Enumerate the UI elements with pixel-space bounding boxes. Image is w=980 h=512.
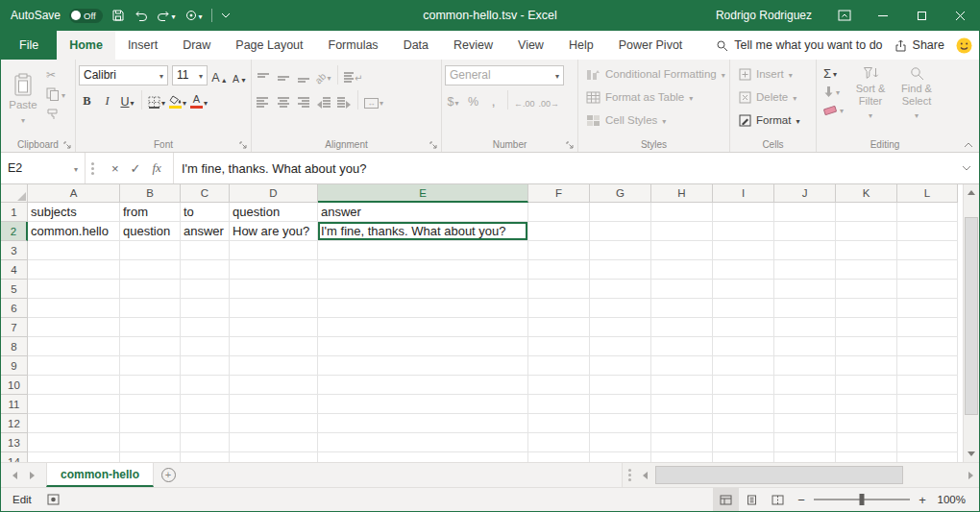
cell-D3[interactable] bbox=[230, 241, 318, 260]
cell-I10[interactable] bbox=[713, 376, 774, 395]
cell-H1[interactable] bbox=[651, 203, 713, 222]
format-as-table-button[interactable]: Format as Table bbox=[581, 85, 730, 109]
normal-view-button[interactable] bbox=[713, 488, 739, 511]
scroll-left-button[interactable] bbox=[637, 463, 653, 487]
paste-button[interactable]: Paste bbox=[4, 62, 42, 136]
row-header-12[interactable]: 12 bbox=[1, 414, 28, 433]
cell-C2[interactable]: answer bbox=[181, 222, 230, 241]
cell-F6[interactable] bbox=[528, 299, 590, 318]
user-name[interactable]: Rodrigo Rodriguez bbox=[716, 9, 812, 22]
copy-button[interactable] bbox=[44, 86, 67, 102]
cell-E3[interactable] bbox=[318, 241, 528, 260]
bottom-align-button[interactable] bbox=[295, 65, 311, 85]
cell-E10[interactable] bbox=[318, 376, 528, 395]
cell-L14[interactable] bbox=[897, 452, 958, 462]
cell-D12[interactable] bbox=[230, 414, 318, 433]
tab-power-pivot[interactable]: Power Pivot bbox=[606, 31, 696, 60]
new-sheet-button[interactable]: + bbox=[154, 463, 183, 487]
cell-D4[interactable] bbox=[230, 260, 318, 280]
cell-I3[interactable] bbox=[713, 241, 774, 260]
cell-B5[interactable] bbox=[120, 280, 181, 299]
tab-data[interactable]: Data bbox=[391, 31, 441, 60]
cell-F14[interactable] bbox=[528, 452, 590, 462]
find-select-button[interactable]: Find & Select bbox=[894, 62, 940, 136]
cell-H2[interactable] bbox=[651, 222, 713, 241]
tab-draw[interactable]: Draw bbox=[170, 31, 223, 60]
cell-H11[interactable] bbox=[651, 395, 713, 414]
cell-H4[interactable] bbox=[651, 260, 713, 280]
horizontal-scroll-track[interactable] bbox=[653, 466, 963, 484]
cell-D7[interactable] bbox=[230, 318, 318, 337]
tab-page-layout[interactable]: Page Layout bbox=[223, 31, 315, 60]
cell-G5[interactable] bbox=[590, 280, 651, 299]
fill-color-button[interactable] bbox=[169, 90, 186, 110]
cell-K12[interactable] bbox=[836, 414, 897, 433]
cell-A10[interactable] bbox=[28, 376, 120, 395]
cell-D13[interactable] bbox=[230, 433, 318, 452]
cell-A6[interactable] bbox=[28, 299, 120, 318]
cell-G1[interactable] bbox=[590, 203, 651, 222]
clear-button[interactable] bbox=[821, 102, 845, 117]
cell-J3[interactable] bbox=[774, 241, 836, 260]
cell-A7[interactable] bbox=[28, 318, 120, 337]
cell-J1[interactable] bbox=[774, 203, 836, 222]
cell-J9[interactable] bbox=[774, 356, 836, 376]
cell-H14[interactable] bbox=[651, 452, 713, 462]
cell-K8[interactable] bbox=[836, 337, 897, 356]
cell-L9[interactable] bbox=[897, 356, 958, 376]
tab-home[interactable]: Home bbox=[57, 31, 115, 60]
cell-G2[interactable] bbox=[590, 222, 651, 241]
save-button[interactable] bbox=[111, 9, 125, 22]
insert-function-button[interactable]: fx bbox=[153, 160, 161, 176]
cell-C6[interactable] bbox=[181, 299, 230, 318]
cell-I5[interactable] bbox=[713, 280, 774, 299]
cell-A14[interactable] bbox=[28, 452, 120, 462]
cell-E13[interactable] bbox=[318, 433, 528, 452]
cell-L3[interactable] bbox=[897, 241, 958, 260]
cell-A12[interactable] bbox=[28, 414, 120, 433]
cell-K9[interactable] bbox=[836, 356, 897, 376]
comma-style-button[interactable]: , bbox=[485, 90, 502, 110]
horizontal-scroll-thumb[interactable] bbox=[655, 466, 903, 484]
cell-C4[interactable] bbox=[181, 260, 230, 280]
cell-C3[interactable] bbox=[181, 241, 230, 260]
row-header-8[interactable]: 8 bbox=[1, 337, 28, 356]
horizontal-scrollbar[interactable] bbox=[622, 463, 979, 487]
row-header-1[interactable]: 1 bbox=[1, 203, 28, 222]
zoom-slider[interactable] bbox=[814, 488, 910, 511]
cell-B2[interactable]: question bbox=[120, 222, 181, 241]
formula-bar-divider-dots[interactable] bbox=[91, 167, 94, 170]
cell-I14[interactable] bbox=[713, 452, 774, 462]
cell-A9[interactable] bbox=[28, 356, 120, 376]
bold-button[interactable]: B bbox=[79, 90, 95, 110]
column-header-A[interactable]: A bbox=[28, 184, 120, 203]
cell-C12[interactable] bbox=[181, 414, 230, 433]
cell-L4[interactable] bbox=[897, 260, 958, 280]
cell-L8[interactable] bbox=[897, 337, 958, 356]
cell-H3[interactable] bbox=[651, 241, 713, 260]
cell-I6[interactable] bbox=[713, 299, 774, 318]
tab-help[interactable]: Help bbox=[556, 31, 606, 60]
cell-G11[interactable] bbox=[590, 395, 651, 414]
autosave-toggle[interactable]: Off bbox=[69, 9, 103, 23]
select-all-button[interactable] bbox=[1, 184, 28, 203]
cell-I13[interactable] bbox=[713, 433, 774, 452]
cell-K3[interactable] bbox=[836, 241, 897, 260]
column-header-G[interactable]: G bbox=[590, 184, 651, 203]
shrink-font-button[interactable]: A▼ bbox=[232, 65, 248, 85]
cell-F2[interactable] bbox=[528, 222, 590, 241]
align-center-button[interactable] bbox=[275, 90, 291, 110]
cell-styles-button[interactable]: Cell Styles bbox=[581, 109, 730, 132]
cell-I12[interactable] bbox=[713, 414, 774, 433]
cell-G13[interactable] bbox=[590, 433, 651, 452]
cell-C11[interactable] bbox=[181, 395, 230, 414]
cell-D9[interactable] bbox=[230, 356, 318, 376]
cell-K7[interactable] bbox=[836, 318, 897, 337]
cell-G7[interactable] bbox=[590, 318, 651, 337]
cell-E9[interactable] bbox=[318, 356, 528, 376]
cell-B6[interactable] bbox=[120, 299, 181, 318]
row-header-2[interactable]: 2 bbox=[1, 222, 28, 241]
delete-cells-button[interactable]: Delete bbox=[733, 85, 805, 109]
cell-A8[interactable] bbox=[28, 337, 120, 356]
font-dialog-launcher[interactable] bbox=[239, 141, 248, 150]
